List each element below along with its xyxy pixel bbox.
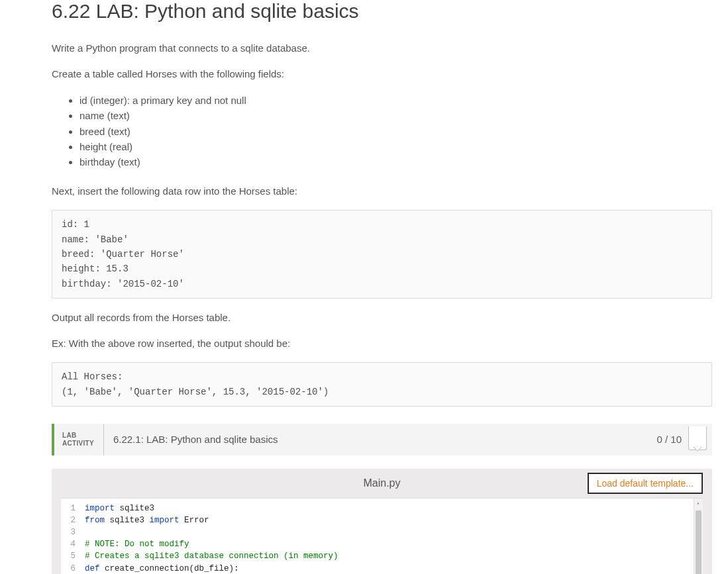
fields-list: id (integer): a primary key and not null… (79, 93, 712, 169)
scroll-thumb[interactable] (696, 510, 702, 574)
code-editor-container: Main.py Load default template... 1234567… (52, 469, 712, 574)
intro-paragraph-1: Write a Python program that connects to … (52, 41, 712, 55)
intro-paragraph-3: Next, insert the following data row into… (52, 184, 712, 198)
lab-score: 0 / 10 (656, 424, 712, 455)
insert-data-block: id: 1 name: 'Babe' breed: 'Quarter Horse… (52, 210, 712, 299)
intro-paragraph-2: Create a table called Horses with the fo… (52, 67, 712, 81)
scroll-up-arrow-icon[interactable]: ▴ (694, 499, 703, 508)
field-list-item: name (text) (79, 108, 712, 123)
lab-score-text: 0 / 10 (656, 434, 682, 445)
output-prompt: Output all records from the Horses table… (52, 311, 712, 324)
lab-activity-label: LAB ACTIVITY (54, 424, 104, 455)
field-list-item: id (integer): a primary key and not null (79, 93, 712, 108)
load-default-template-button[interactable]: Load default template... (588, 473, 703, 494)
code-editor[interactable]: 12345678910111213 import sqlite3from sql… (61, 498, 703, 574)
output-example-block: All Horses: (1, 'Babe', 'Quarter Horse',… (52, 362, 712, 407)
page-title: 6.22 LAB: Python and sqlite basics (52, 0, 712, 23)
line-number-gutter: 12345678910111213 (61, 499, 81, 574)
field-list-item: breed (text) (79, 124, 712, 139)
field-list-item: height (real) (79, 139, 712, 154)
lab-label-line2: ACTIVITY (62, 440, 94, 448)
editor-toolbar: Main.py Load default template... (52, 469, 712, 498)
lab-activity-title: 6.22.1: LAB: Python and sqlite basics (104, 424, 657, 455)
code-content[interactable]: import sqlite3from sqlite3 import Error … (81, 499, 703, 574)
field-list-item: birthday (text) (79, 154, 712, 169)
lab-label-line1: LAB (62, 432, 94, 440)
score-badge-icon (688, 426, 707, 450)
editor-filename: Main.py (363, 477, 400, 489)
lab-activity-header: LAB ACTIVITY 6.22.1: LAB: Python and sql… (52, 424, 712, 455)
editor-scrollbar[interactable]: ▴ (694, 499, 703, 574)
output-example-label: Ex: With the above row inserted, the out… (52, 336, 712, 350)
